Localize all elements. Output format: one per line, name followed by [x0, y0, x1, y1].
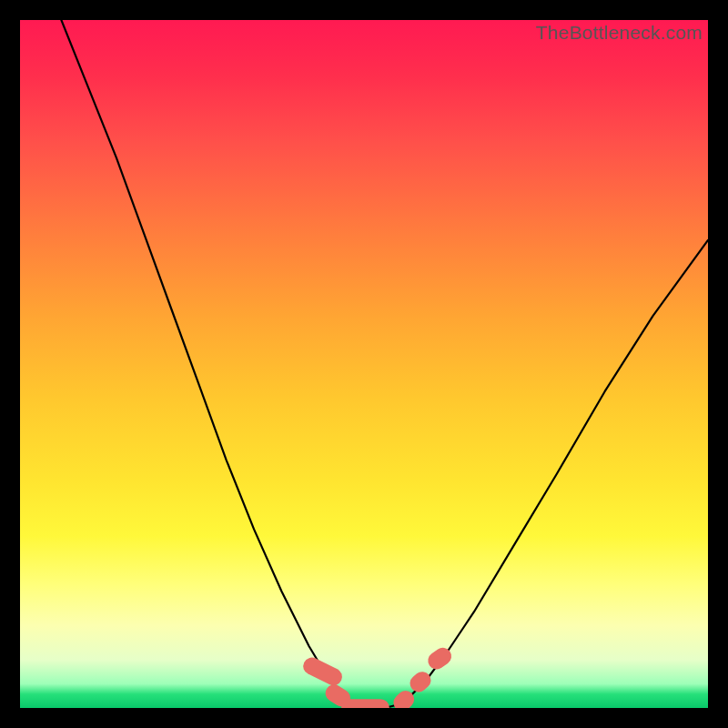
bottleneck-curve [61, 20, 708, 708]
marker-0 [300, 654, 345, 688]
chart-frame: TheBottleneck.com [0, 0, 728, 728]
marker-4 [407, 668, 435, 695]
chart-plot-area: TheBottleneck.com [20, 20, 708, 708]
bottleneck-zone-markers [300, 644, 455, 708]
marker-2 [341, 699, 389, 708]
chart-svg [20, 20, 708, 708]
